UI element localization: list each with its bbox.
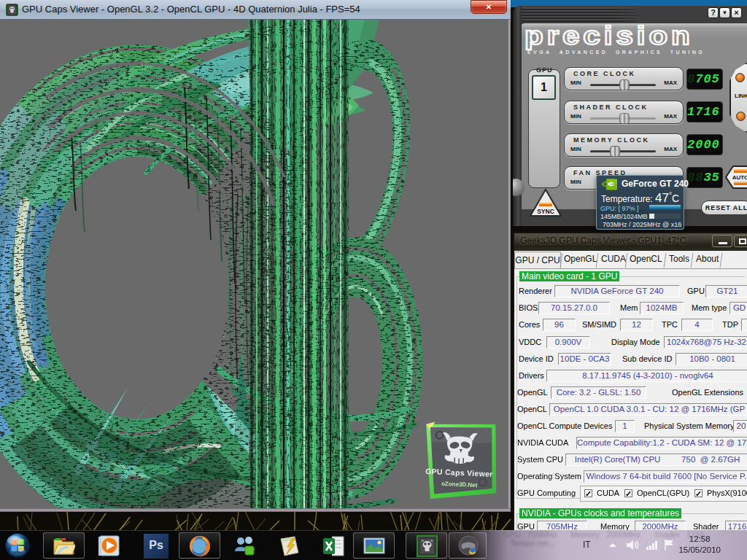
svg-text:SYNC: SYNC <box>537 208 554 215</box>
svg-text:AUTO: AUTO <box>732 174 747 181</box>
